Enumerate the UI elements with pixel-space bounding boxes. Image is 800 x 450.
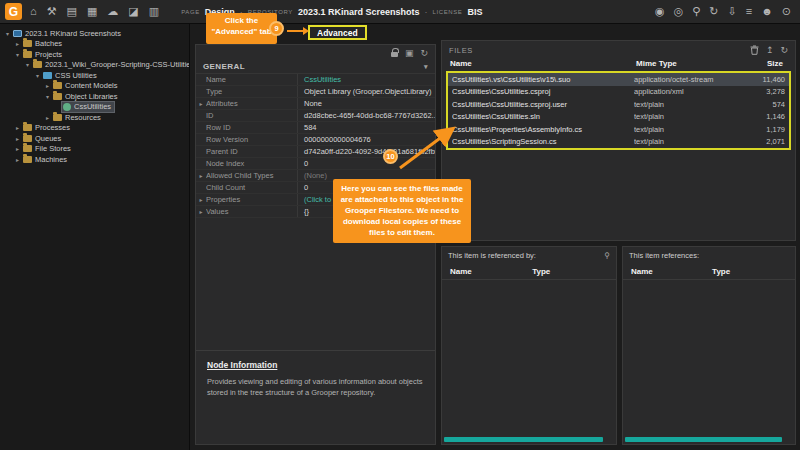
tree-item[interactable]: ▸ Queues [0,133,189,144]
property-expander-icon[interactable]: ▸ [196,170,206,181]
tree-item[interactable]: CssUtilities [0,102,189,113]
property-label: ID [206,110,298,121]
column-type[interactable]: Type [712,267,787,276]
property-expander-icon[interactable]: ▸ [196,98,206,109]
tree-expander-icon[interactable]: ▸ [13,40,22,47]
file-row[interactable]: CssUtilities\CssUtilities.csproj.user te… [448,98,789,111]
page-label: PAGE [181,9,200,15]
separator: · [425,7,428,17]
tree-expander-icon[interactable]: ▾ [43,93,52,100]
file-row[interactable]: CssUtilities\CssUtilities.csproj applica… [448,86,789,99]
tree-item[interactable]: ▸ File Stores [0,144,189,155]
node-tree: ▾ 2023.1 RKinard Screenshots ▸ Batches ▾… [0,24,190,450]
tree-expander-icon[interactable]: ▸ [13,124,22,131]
property-value[interactable]: CssUtilities [298,74,435,85]
column-mime-type[interactable]: Mime Type [636,59,738,68]
file-row[interactable]: CssUtilities\CssUtilities.sln text/plain… [448,111,789,124]
tree-item[interactable]: ▸ Content Models [0,81,189,92]
refresh-icon[interactable]: ↻ [709,5,718,18]
trash-icon[interactable] [750,45,759,55]
tree-node-icon [53,93,62,100]
refresh-icon[interactable]: ↻ [420,48,428,58]
tree-item[interactable]: ▸ Batches [0,39,189,50]
callout-9-text: Click the "Advanced" tab [211,16,271,36]
property-expander-icon[interactable] [196,86,206,97]
tree-item[interactable]: ▾ 2023.1 RKinard Screenshots [0,28,189,39]
tools-icon[interactable]: ⚒ [47,6,57,17]
home-icon[interactable]: ⌂ [30,6,37,17]
referenced-by-table-header: Name Type [442,264,616,280]
area-chart-icon[interactable]: ◪ [128,6,138,17]
users-icon[interactable]: ☻ [761,5,773,18]
general-title: GENERAL [203,62,245,71]
repository-value[interactable]: 2023.1 RKinard Screenshots [298,7,420,17]
package-icon[interactable]: ▦ [87,6,97,17]
property-expander-icon[interactable]: ▸ [196,206,206,217]
tree-item[interactable]: ▾ CSS Utilities [0,70,189,81]
column-name[interactable]: Name [631,267,712,276]
lock-icon[interactable] [391,52,398,57]
stack-icon[interactable]: ≡ [746,5,752,18]
tree-expander-icon[interactable]: ▸ [13,156,22,163]
refresh-icon[interactable]: ↻ [780,45,788,55]
tree-item[interactable]: ▾ Object Libraries [0,91,189,102]
horizontal-scrollbar[interactable] [625,437,782,442]
file-size: 574 [736,100,785,109]
property-expander-icon[interactable]: ▸ [196,194,206,205]
property-expander-icon[interactable] [196,182,206,193]
horizontal-scrollbar[interactable] [444,437,603,442]
save-icon[interactable]: ▤ [67,6,77,17]
property-value[interactable]: None [298,98,435,109]
tree-expander-icon[interactable]: ▾ [13,51,22,58]
property-label: Row Version [206,134,298,145]
property-toolbar: ▣ ↻ [196,45,435,60]
tree-expander-icon[interactable]: ▸ [43,114,52,121]
tree-item[interactable]: ▸ Machines [0,154,189,165]
column-size[interactable]: Size [738,59,787,68]
chevron-down-icon[interactable]: ▾ [424,63,428,71]
tree-item-label: Machines [35,155,67,164]
license-value[interactable]: BIS [467,7,482,17]
column-name[interactable]: Name [450,267,532,276]
general-section-header[interactable]: GENERAL ▾ [196,60,435,74]
property-expander-icon[interactable] [196,122,206,133]
save-icon[interactable]: ▣ [405,48,414,58]
tree-item[interactable]: ▾ Projects [0,49,189,60]
property-expander-icon[interactable] [196,74,206,85]
property-row[interactable]: Name CssUtilities [196,74,435,86]
export-icon[interactable]: ↥ [766,45,774,55]
file-row[interactable]: CssUtilities\ScriptingSession.cs text/pl… [448,136,789,149]
property-expander-icon[interactable] [196,110,206,121]
power-icon[interactable]: ⊙ [782,5,791,18]
tree-expander-icon[interactable]: ▾ [3,30,12,37]
status-icon[interactable]: ◎ [674,5,684,18]
tree-expander-icon[interactable]: ▸ [13,145,22,152]
column-type[interactable]: Type [532,267,608,276]
tree-expander-icon[interactable]: ▸ [43,82,52,89]
tab-advanced[interactable]: Advanced [308,25,367,40]
tree-item[interactable]: ▸ Processes [0,123,189,134]
property-label: Name [206,74,298,85]
tree-item[interactable]: ▸ Resources [0,112,189,123]
tree-expander-icon[interactable]: ▸ [13,135,22,142]
bar-chart-icon[interactable]: ▥ [149,6,159,17]
download-icon[interactable]: ⇩ [728,5,737,18]
pin-icon[interactable]: ⚲ [605,251,611,260]
file-row[interactable]: CssUtilities\.vs\CssUtilities\v15\.suo a… [448,73,789,86]
tree-expander-icon[interactable]: ▾ [23,61,32,68]
cloud-icon[interactable]: ☁ [107,6,118,17]
file-mime-type: text/plain [634,112,736,121]
property-row[interactable]: Type Object Library (Grooper.ObjectLibra… [196,86,435,98]
column-name[interactable]: Name [450,59,636,68]
file-row[interactable]: CssUtilities\Properties\AssemblyInfo.cs … [448,123,789,136]
property-row[interactable]: ▸ Attributes None [196,98,435,110]
search-icon[interactable]: ⚲ [692,5,700,18]
tree-expander-icon[interactable]: ▾ [33,72,42,79]
tree-item[interactable]: ▾ 2023.1_Wiki_Grooper-Scripting-CSS-Util… [0,60,189,71]
record-icon[interactable]: ◉ [655,5,665,18]
file-mime-type: text/plain [634,137,736,146]
property-expander-icon[interactable] [196,134,206,145]
property-value[interactable]: Object Library (Grooper.ObjectLibrary) [298,86,435,97]
property-expander-icon[interactable] [196,158,206,169]
property-expander-icon[interactable] [196,146,206,157]
